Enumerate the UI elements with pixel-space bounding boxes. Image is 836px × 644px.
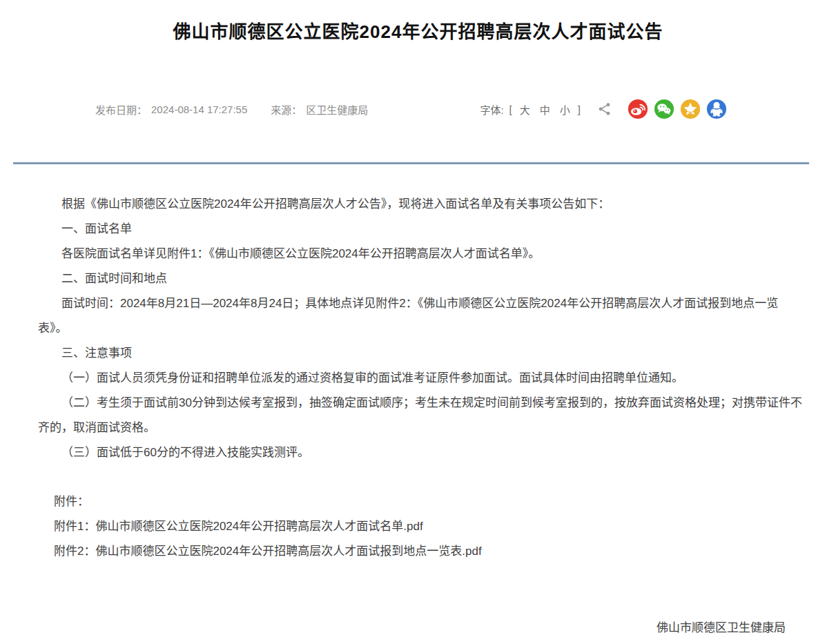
bracket-open: [	[509, 104, 512, 115]
signature-date: 2024年8月14日	[0, 641, 786, 644]
share-nodes-icon[interactable]	[597, 101, 612, 117]
meta-row: 发布日期： 2024-08-14 17:27:55 来源： 区卫生健康局 字体:…	[0, 96, 836, 122]
section-divider	[13, 162, 809, 164]
paragraph-note-2: （二）考生须于面试前30分钟到达候考室报到，抽签确定面试顺序；考生未在规定时间前…	[38, 391, 804, 440]
signature-org: 佛山市顺德区卫生健康局	[0, 616, 786, 641]
signature-block: 佛山市顺德区卫生健康局 2024年8月14日	[0, 616, 836, 644]
source-label: 来源：	[271, 102, 302, 117]
publish-date-value: 2024-08-14 17:27:55	[151, 104, 247, 115]
wechat-icon[interactable]	[654, 99, 674, 119]
attachment-link-1[interactable]: 附件1：佛山市顺德区公立医院2024年公开招聘高层次人才面试名单.pdf	[54, 520, 423, 533]
attachment-link-2[interactable]: 附件2：佛山市顺德区公立医院2024年公开招聘高层次人才面试报到地点一览表.pd…	[54, 545, 482, 558]
qzone-icon[interactable]	[680, 99, 701, 119]
font-size-label: 字体:	[480, 102, 503, 117]
heading-interview-list: 一、面试名单	[38, 217, 804, 242]
bracket-close: ]	[578, 104, 581, 115]
source-value: 区卫生健康局	[306, 102, 368, 117]
toolbar: 字体: [ 大 中 小 ]	[480, 99, 727, 119]
font-size-small-button[interactable]: 小	[560, 102, 570, 117]
paragraph-interview-list: 各医院面试名单详见附件1：《佛山市顺德区公立医院2024年公开招聘高层次人才面试…	[38, 242, 804, 266]
heading-time-place: 二、面试时间和地点	[38, 266, 804, 291]
publish-meta: 发布日期： 2024-08-14 17:27:55 来源： 区卫生健康局	[95, 102, 368, 117]
announcement-body: 根据《佛山市顺德区公立医院2024年公开招聘高层次人才公告》，现将进入面试名单及…	[38, 192, 804, 465]
heading-notes: 三、注意事项	[38, 341, 804, 366]
attachment-item: 附件1：佛山市顺德区公立医院2024年公开招聘高层次人才面试名单.pdf	[54, 514, 804, 539]
attachments-label: 附件：	[54, 489, 804, 514]
attachments-section: 附件： 附件1：佛山市顺德区公立医院2024年公开招聘高层次人才面试名单.pdf…	[38, 489, 804, 564]
page-title: 佛山市顺德区公立医院2024年公开招聘高层次人才面试公告	[0, 12, 836, 43]
publish-date-label: 发布日期：	[95, 102, 147, 117]
paragraph-note-1: （一）面试人员须凭身份证和招聘单位派发的通过资格复审的面试准考证原件参加面试。面…	[38, 366, 804, 391]
font-size-medium-button[interactable]: 中	[540, 102, 550, 117]
paragraph-intro: 根据《佛山市顺德区公立医院2024年公开招聘高层次人才公告》，现将进入面试名单及…	[38, 192, 804, 217]
qq-icon[interactable]	[706, 99, 727, 119]
announcement-page: 佛山市顺德区公立医院2024年公开招聘高层次人才面试公告 发布日期： 2024-…	[0, 12, 836, 644]
font-size-large-button[interactable]: 大	[520, 102, 530, 117]
paragraph-time-place: 面试时间：2024年8月21日—2024年8月24日；具体地点详见附件2：《佛山…	[38, 291, 804, 341]
font-size-controls: 字体: [ 大 中 小 ]	[480, 102, 583, 117]
paragraph-note-3: （三）面试低于60分的不得进入技能实践测评。	[38, 440, 804, 465]
weibo-icon[interactable]	[628, 99, 648, 119]
attachment-item: 附件2：佛山市顺德区公立医院2024年公开招聘高层次人才面试报到地点一览表.pd…	[54, 539, 804, 564]
